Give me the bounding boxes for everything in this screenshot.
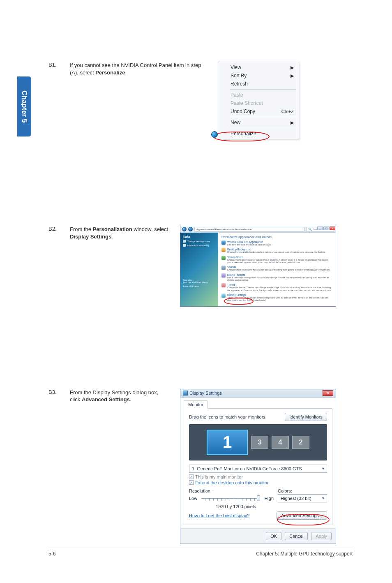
display-settings-icon <box>221 294 226 298</box>
menu-item-sortby-label: Sort By <box>231 73 247 79</box>
sounds-icon <box>221 266 226 270</box>
pitem-theme[interactable]: ThemeChange the theme. Themes can change… <box>221 283 332 292</box>
menu-item-refresh[interactable]: Refresh <box>219 80 298 88</box>
step-b2: B2. From the Personalization window, sel… <box>48 226 353 307</box>
menu-item-undo-label: Undo Copy <box>231 109 255 114</box>
close-button[interactable]: × <box>330 227 335 230</box>
b2-b: Personalization <box>93 226 132 232</box>
cancel-button[interactable]: Cancel <box>285 532 308 540</box>
pitem-window-color-desc: Fine tune the color and style of your wi… <box>227 243 271 246</box>
pitem-desktop-bg-title: Desktop Background <box>227 248 326 251</box>
b3-figure: Display Settings ✕ Monitor Drag the icon… <box>180 389 336 544</box>
personalization-window: _ ☐ × Appearance and Personalization ▸ P… <box>180 226 336 307</box>
pitem-desktop-bg-desc: Choose from available backgrounds or col… <box>227 251 326 253</box>
apply-button: Apply <box>311 532 332 540</box>
monitor-1[interactable]: 1 <box>207 430 248 455</box>
nav-forward-button[interactable] <box>188 227 193 231</box>
nav-back-button[interactable] <box>182 227 187 231</box>
menu-item-new[interactable]: New ▶ <box>219 118 298 127</box>
step-b2-num: B2. <box>48 226 62 232</box>
menu-item-paste-label: Paste <box>231 92 243 98</box>
b3-c: . <box>130 396 131 403</box>
b2-c: window, select <box>132 226 168 232</box>
close-button[interactable]: ✕ <box>323 390 333 396</box>
pitem-screensaver-desc: Change your screen saver or adjust when … <box>227 259 332 264</box>
b1-figure: View ▶ Sort By ▶ Refresh Paste <box>213 62 299 139</box>
pitem-desktop-bg[interactable]: Desktop BackgroundChoose from available … <box>221 248 332 253</box>
menu-item-sortby[interactable]: Sort By ▶ <box>219 72 298 80</box>
sidebar-adjust-font-label: Adjust font size (DPI) <box>187 244 209 247</box>
breadcrumb[interactable]: Appearance and Personalization ▸ Persona… <box>194 227 304 231</box>
desktop-icons-icon <box>183 240 186 243</box>
maximize-button[interactable]: ☐ <box>323 227 329 230</box>
menu-item-personalize-label: Personalize <box>231 131 256 136</box>
sidebar-change-icons[interactable]: Change desktop icons <box>183 240 216 243</box>
sidebar-adjust-font[interactable]: Adjust font size (DPI) <box>183 244 216 247</box>
checkbox-main-monitor: ✓ This is my main monitor <box>189 474 327 479</box>
monitor-3[interactable]: 3 <box>251 436 268 449</box>
help-link[interactable]: How do I get the best display? <box>189 513 249 518</box>
address-bar: Appearance and Personalization ▸ Persona… <box>180 226 336 233</box>
submenu-arrow-icon: ▶ <box>291 120 294 125</box>
menu-item-personalize[interactable]: Personalize <box>219 130 298 138</box>
monitor-4[interactable]: 4 <box>272 436 289 449</box>
menu-item-view[interactable]: View ▶ <box>219 63 298 72</box>
slider-high-label: High <box>264 496 274 501</box>
menu-item-new-label: New <box>231 120 240 125</box>
slider-thumb[interactable] <box>257 495 260 501</box>
tab-row: Monitor <box>180 398 336 408</box>
tasks-sidebar: Tasks Change desktop icons Adjust font s… <box>180 233 218 306</box>
pitem-screensaver[interactable]: Screen SaverChange your screen saver or … <box>221 256 332 264</box>
font-size-icon <box>183 244 186 247</box>
pitem-display-settings[interactable]: Display SettingsAdjust your monitor reso… <box>221 294 332 302</box>
minimize-button[interactable]: _ <box>317 227 323 230</box>
sidebar-taskbar[interactable]: Taskbar and Start Menu <box>183 281 216 284</box>
colors-select[interactable]: Highest (32 bit) ▼ <box>278 494 327 502</box>
sidebar-taskbar-label: Taskbar and Start Menu <box>183 281 208 284</box>
menu-item-undo-copy[interactable]: Undo Copy Ctrl+Z <box>219 107 298 116</box>
step-b3-num: B3. <box>48 389 62 395</box>
sidebar-ease[interactable]: Ease of Access <box>183 285 216 287</box>
pitem-screensaver-title: Screen Saver <box>227 256 332 259</box>
resolution-slider[interactable] <box>201 496 260 500</box>
pitem-mouse-title: Mouse Pointers <box>227 273 332 276</box>
menu-separator <box>230 128 296 128</box>
tab-pane-monitor: Drag the icons to match your monitors. I… <box>184 408 332 525</box>
pitem-theme-title: Theme <box>227 283 332 286</box>
pitem-mouse[interactable]: Mouse PointersPick a different mouse poi… <box>221 273 332 282</box>
context-menu-wrap: View ▶ Sort By ▶ Refresh Paste <box>213 62 299 139</box>
monitor-select[interactable]: 1. Generic PnP Monitor on NVIDIA GeForce… <box>189 465 327 473</box>
menu-item-undo-accel: Ctrl+Z <box>281 109 294 114</box>
personalization-main: Personalize appearance and sounds Window… <box>218 233 336 306</box>
submenu-arrow-icon: ▶ <box>291 73 294 79</box>
pitem-window-color[interactable]: Window Color and AppearanceFine tune the… <box>221 241 332 246</box>
monitor-arrangement[interactable]: 1 3 4 2 <box>189 424 327 460</box>
advanced-settings-button[interactable]: Advanced Settings... <box>277 511 327 520</box>
b3-b: Advanced Settings <box>82 396 130 403</box>
b2-e: . <box>111 234 113 240</box>
advanced-row: How do I get the best display? Advanced … <box>189 511 327 520</box>
chevron-down-icon: ▼ <box>321 496 325 500</box>
checkbox-icon: ✓ <box>189 480 194 485</box>
sidebar-ease-label: Ease of Access <box>183 285 199 287</box>
desktop-context-menu[interactable]: View ▶ Sort By ▶ Refresh Paste <box>218 62 299 139</box>
pitem-mouse-desc: Pick a different mouse pointer. You can … <box>227 276 332 282</box>
step-b1-pre: If you cannot see the NVIDIA Control Pan… <box>70 62 201 76</box>
tab-monitor[interactable]: Monitor <box>184 400 208 409</box>
dialog-button-row: OK Cancel Apply <box>180 528 336 544</box>
pitem-sounds[interactable]: SoundsChange which sounds are heard when… <box>221 266 332 271</box>
drag-row: Drag the icons to match your monitors. I… <box>189 413 327 421</box>
ok-button[interactable]: OK <box>266 532 281 540</box>
checkbox-icon: ✓ <box>189 474 194 479</box>
checkbox-extend-desktop[interactable]: ✓ Extend the desktop onto this monitor <box>189 480 327 485</box>
chapter-tab: Chapter 5 <box>17 76 31 136</box>
dialog-title-text: Display Settings <box>189 391 222 396</box>
checkbox-extend-label: Extend the desktop onto this monitor <box>195 480 269 485</box>
display-settings-titlebar-icon <box>183 391 188 396</box>
monitor-2[interactable]: 2 <box>292 436 309 449</box>
pitem-display-settings-desc: Adjust your monitor resolution, which ch… <box>227 296 332 302</box>
identify-monitors-button[interactable]: Identify Monitors <box>285 413 327 421</box>
menu-item-paste: Paste <box>219 91 298 99</box>
mouse-icon <box>221 273 226 278</box>
step-b1-bold: Personalize <box>95 69 125 76</box>
